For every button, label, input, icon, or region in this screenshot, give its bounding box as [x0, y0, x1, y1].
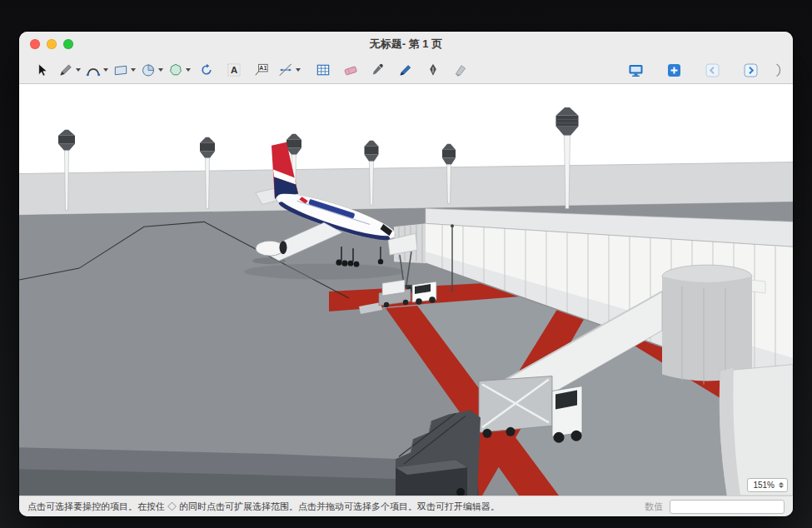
circles-tool-button[interactable]: [139, 59, 164, 81]
eraser-tool-button[interactable]: [338, 59, 363, 81]
document-canvas[interactable]: 151%: [19, 83, 793, 496]
layout-app-window: 无标题- 第 1 页 A: [19, 32, 793, 516]
titlebar[interactable]: 无标题- 第 1 页: [19, 32, 793, 57]
monitor-icon: [627, 62, 645, 79]
blue-pencil-icon: [397, 62, 414, 78]
plus-page-icon: [665, 62, 683, 79]
next-page-button[interactable]: [738, 59, 763, 81]
label-a1-icon: A1: [253, 62, 270, 78]
dropdown-caret-icon: [158, 68, 163, 72]
arc-icon: [85, 62, 102, 78]
eyedropper-icon: [370, 62, 386, 78]
cursor-icon: [33, 62, 50, 78]
style-tool-button[interactable]: [366, 59, 391, 81]
polygons-tool-button[interactable]: [167, 59, 192, 81]
table-tool-button[interactable]: [311, 59, 336, 81]
swirl-icon: [198, 62, 215, 78]
erase-tool-button[interactable]: [448, 59, 473, 81]
measurement-input[interactable]: [670, 500, 785, 514]
status-bar: 点击可选择要操控的项目。在按住 ◇ 的同时点击可扩展选择范围。点击并拖动可选择多…: [19, 496, 793, 516]
status-hint-text: 点击可选择要操控的项目。在按住 ◇ 的同时点击可扩展选择范围。点击并拖动可选择多…: [27, 501, 638, 513]
scene-3d-viewport: [19, 84, 793, 496]
labels-tool-button[interactable]: A1: [249, 59, 274, 81]
add-page-button[interactable]: [661, 59, 686, 81]
window-title: 无标题- 第 1 页: [19, 32, 793, 57]
dimension-icon: [277, 62, 294, 78]
grid-icon: [315, 62, 331, 78]
text-tool-button[interactable]: A: [222, 59, 247, 81]
offset-tool-button[interactable]: [194, 59, 219, 81]
letter-a-icon: A: [226, 62, 242, 78]
zoom-level-value: 151%: [753, 481, 775, 490]
measurement-label: 数值: [645, 501, 663, 513]
join-tool-button[interactable]: [421, 59, 446, 81]
dropdown-caret-icon: [76, 68, 81, 72]
dropdown-caret-icon: [131, 68, 136, 72]
arcs-tool-button[interactable]: [84, 59, 109, 81]
split-tool-button[interactable]: [393, 59, 418, 81]
lines-tool-button[interactable]: [57, 59, 82, 81]
dropdown-caret-icon: [186, 68, 191, 72]
wedge-icon: [452, 62, 469, 78]
dropdown-caret-icon: [103, 68, 108, 72]
eraser-icon: [342, 62, 359, 78]
pie-icon: [140, 62, 157, 78]
polygon-icon: [167, 62, 184, 78]
pen-nib-icon: [425, 62, 441, 78]
desktop-background: 无标题- 第 1 页 A: [0, 0, 812, 528]
previous-page-button[interactable]: [700, 59, 725, 81]
svg-text:A1: A1: [259, 65, 267, 72]
chevron-updown-icon: [779, 482, 784, 489]
dropdown-caret-icon: [296, 68, 301, 72]
dimensions-tool-button[interactable]: [276, 59, 301, 81]
start-presentation-button[interactable]: [623, 59, 648, 81]
svg-text:A: A: [231, 65, 237, 75]
select-tool-button[interactable]: [29, 59, 54, 81]
zoom-level-select[interactable]: 151%: [747, 478, 788, 492]
arrow-right-icon: [742, 62, 760, 79]
arrow-left-icon: [704, 62, 721, 79]
rectangles-tool-button[interactable]: [112, 59, 137, 81]
page-controls: [623, 59, 783, 81]
clipped-overflow-icon: [776, 62, 783, 78]
pencil-icon: [57, 62, 74, 78]
toolbar: A A1: [19, 57, 793, 83]
rectangle-icon: [112, 62, 129, 78]
